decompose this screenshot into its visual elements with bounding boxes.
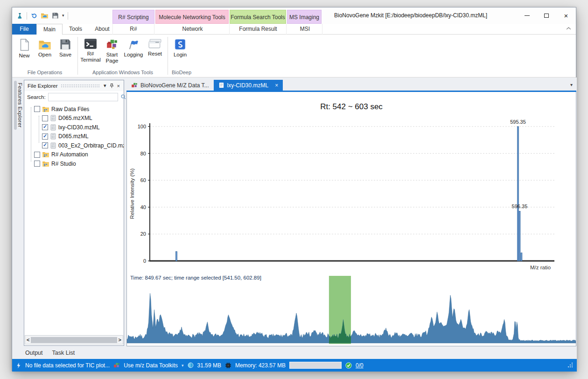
group-label: Application Windows Tools	[78, 70, 168, 77]
tab-formula-result[interactable]: Formula Result	[230, 24, 287, 35]
toolkit-dropdown[interactable]: Use m/z Data Toolkits	[124, 362, 178, 369]
save-icon[interactable]	[52, 12, 59, 19]
window-controls: ×	[517, 7, 576, 24]
mz-file-icon	[50, 142, 56, 149]
tab-msi[interactable]: MSI	[288, 24, 322, 35]
task-counter-link[interactable]: 0/0	[356, 362, 364, 369]
svg-text:595.35: 595.35	[510, 120, 526, 125]
ribbon-collapse-icon[interactable]	[566, 27, 571, 30]
title-bar: ▾ R# Scripting Molecule Networking Tools…	[12, 7, 576, 24]
undo-icon[interactable]	[30, 12, 37, 19]
svg-text:40: 40	[140, 204, 146, 210]
svg-text:M/z ratio: M/z ratio	[530, 265, 551, 270]
tab-file[interactable]: File	[12, 24, 36, 35]
features-explorer-tab[interactable]: Features Explorer	[17, 83, 23, 128]
quick-access-toolbar: ▾	[16, 7, 68, 24]
tic-chromatogram-chart[interactable]	[127, 276, 576, 346]
tree-label: D065.mzML	[58, 133, 89, 140]
start-page-button[interactable]: Start Page	[101, 37, 123, 64]
r-terminal-button[interactable]: R# Terminal	[80, 37, 101, 64]
tab-tools[interactable]: Tools	[63, 24, 89, 35]
pin-icon[interactable]	[108, 83, 116, 89]
features-explorer-strip[interactable]: Features Explorer	[12, 80, 24, 346]
tree-item-raw-data-files[interactable]: Raw Data Files	[24, 105, 124, 114]
open-folder-icon[interactable]	[41, 12, 49, 19]
chevron-down-icon[interactable]: ▾	[62, 14, 64, 18]
close-icon[interactable]: ×	[116, 83, 121, 89]
checkbox[interactable]	[42, 124, 48, 130]
resize-grip[interactable]	[567, 362, 574, 368]
doc-tab-mz-data-toolkit[interactable]: BioNovoGene M/Z Data T...	[126, 80, 214, 91]
data-folder-icon	[42, 161, 49, 167]
dock-tabs: Output Task List	[25, 350, 75, 356]
group-file-operations: New Open Save File Operations	[12, 35, 77, 77]
checkbox[interactable]	[42, 115, 48, 121]
horizontal-scrollbar[interactable]: < >	[25, 335, 123, 344]
svg-text:100: 100	[138, 124, 146, 129]
status-bar: No file data selected for TIC plot... Us…	[12, 359, 577, 372]
tree-guide	[31, 107, 31, 161]
login-icon	[174, 38, 186, 50]
tree-item-r-studio[interactable]: R# Studio	[24, 159, 124, 168]
checkbox[interactable]	[34, 161, 40, 167]
tab-rsharp[interactable]: R#	[112, 24, 154, 35]
doc-tab-label: BioNovoGene M/Z Data T...	[140, 82, 209, 89]
checkbox[interactable]	[34, 152, 40, 158]
vertical-scrollbar[interactable]	[14, 81, 17, 130]
tab-overflow-icon[interactable]: ▾	[570, 82, 573, 87]
doc-tab-lxy-cid30[interactable]: lxy-CID30.mzML ×	[214, 80, 283, 91]
scroll-left-icon[interactable]: <	[27, 337, 29, 343]
tree-label: 003_Ex2_Orbitrap_CID.mzX	[58, 142, 124, 149]
checkbox[interactable]	[34, 106, 40, 112]
mz-file-icon	[50, 124, 56, 131]
scroll-right-icon[interactable]: >	[119, 337, 121, 343]
panel-menu-icon[interactable]: ▾	[102, 83, 108, 89]
group-application-windows: R# Terminal Start Page Logging Reset App…	[78, 35, 168, 77]
file-tree: Raw Data Files D065.mzXML lxy-CID30.mzML…	[24, 103, 124, 335]
tab-main[interactable]: Main	[36, 24, 63, 35]
search-label: Search:	[27, 94, 46, 100]
ribbon-tab-row: File Main Tools About R# Network Formula…	[12, 24, 576, 35]
tab-about[interactable]: About	[89, 24, 116, 35]
tree-label: Raw Data Files	[51, 106, 89, 112]
new-button[interactable]: New	[14, 37, 35, 59]
reset-button[interactable]: Reset	[144, 37, 166, 64]
tree-label: R# Studio	[51, 161, 76, 167]
mz-data-icon	[131, 82, 138, 89]
minimize-button[interactable]	[517, 7, 537, 24]
toolkit-icon	[113, 362, 120, 369]
tree-item-r-automation[interactable]: R# Automation	[24, 150, 124, 160]
search-icon[interactable]	[120, 94, 126, 100]
search-row: Search:	[24, 91, 124, 103]
tab-task-list[interactable]: Task List	[52, 350, 75, 356]
chevron-down-icon[interactable]: ▾	[182, 363, 184, 368]
check-circle-icon	[345, 362, 352, 369]
new-file-icon	[19, 38, 30, 51]
login-button[interactable]: Login	[170, 37, 190, 58]
open-button[interactable]: Open	[35, 37, 55, 59]
close-icon[interactable]: ×	[275, 82, 278, 89]
close-button[interactable]: ×	[556, 7, 576, 24]
panel-grip	[61, 84, 99, 88]
checkbox[interactable]	[42, 133, 48, 140]
logging-button[interactable]: Logging	[123, 37, 144, 64]
window-title: BioNovoGene Mzkit [E:/biodeep/biodeepDB/…	[334, 7, 487, 24]
document-tab-strip: BioNovoGene M/Z Data T... lxy-CID30.mzML…	[126, 80, 576, 91]
search-input[interactable]	[48, 93, 118, 101]
tab-network[interactable]: Network	[156, 24, 230, 35]
ms2-spectrum-chart[interactable]: 020406080100595.35596.35M/z ratioRelativ…	[127, 120, 576, 274]
svg-text:0: 0	[143, 258, 146, 264]
scrollbar-thumb[interactable]	[31, 337, 117, 343]
reset-window-icon	[148, 38, 161, 49]
svg-text:Relative Intensity (%): Relative Intensity (%)	[129, 168, 135, 219]
separator	[68, 12, 68, 20]
panel-title: File Explorer	[28, 83, 58, 89]
svg-text:596.35: 596.35	[512, 204, 528, 209]
spectrum-title: Rt: 542 ~ 603 sec	[127, 102, 576, 112]
file-explorer-header: File Explorer ▾ ×	[24, 80, 124, 91]
network-usage-value: 31.59 MB	[197, 362, 221, 369]
checkbox[interactable]	[42, 142, 48, 148]
maximize-button[interactable]	[537, 7, 556, 24]
tab-output[interactable]: Output	[25, 350, 43, 356]
save-button[interactable]: Save	[55, 37, 76, 59]
